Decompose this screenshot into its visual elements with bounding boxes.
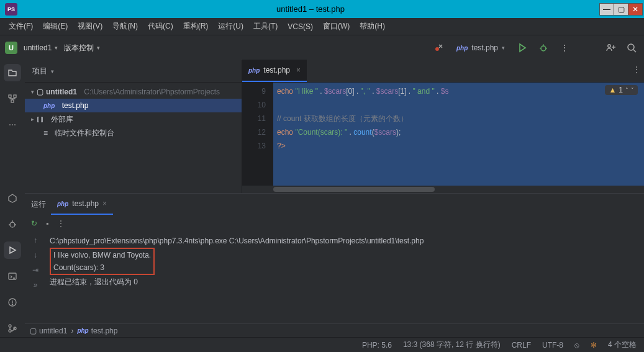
close-icon[interactable]: × — [102, 199, 107, 208]
vcs-label: 版本控制 — [64, 43, 94, 53]
run-tool-icon[interactable] — [4, 241, 21, 259]
project-panel: 项目 ▾ ▾ ▢ untitled1 C:\Users\Administrato… — [25, 60, 242, 193]
down-icon[interactable]: ↓ — [34, 251, 37, 259]
more-icon[interactable]: ⋮ — [57, 219, 65, 228]
run-tab-testphp[interactable]: php test.php × — [51, 194, 113, 215]
more-tool-icon[interactable]: ⋯ — [4, 116, 21, 133]
line-number: 13 — [242, 139, 266, 153]
menu-tools[interactable]: 工具(T) — [250, 19, 281, 34]
tree-scratch-label: 临时文件和控制台 — [55, 128, 114, 138]
up-icon[interactable]: ↑ — [34, 236, 37, 245]
editor-tabs: php test.php × ⋮ — [242, 60, 644, 83]
menu-run[interactable]: 运行(U) — [214, 19, 247, 34]
menu-file[interactable]: 文件(F) — [5, 19, 37, 34]
scrollbar-thumb[interactable] — [273, 187, 435, 192]
svg-rect-11 — [14, 95, 16, 97]
scroll-icon[interactable]: » — [34, 281, 38, 289]
chevron-down-icon: ▾ — [55, 45, 58, 51]
status-line-ending[interactable]: CRLF — [512, 341, 531, 350]
wrap-icon[interactable]: ⇥ — [32, 266, 39, 274]
tree-file-testphp[interactable]: php test.php — [25, 99, 242, 112]
close-icon[interactable]: × — [296, 66, 301, 74]
breadcrumb-file[interactable]: php test.php — [77, 327, 117, 335]
horizontal-scrollbar[interactable] — [242, 186, 644, 193]
project-panel-header: 项目 ▾ — [25, 60, 242, 83]
run-body: ↑ ↓ ⇥ » C:\phpstudy_pro\Extensions\php\p… — [25, 232, 644, 323]
inspection-badge[interactable]: ▲ 1 ˄ ˅ — [605, 85, 638, 95]
maximize-button[interactable]: ▢ — [614, 3, 628, 16]
svg-rect-18 — [9, 273, 16, 279]
tree-root[interactable]: ▾ ▢ untitled1 C:\Users\Administrator\Php… — [25, 85, 242, 99]
svg-point-22 — [9, 325, 11, 327]
chevron-down-icon[interactable]: ▾ — [51, 68, 54, 74]
status-encoding[interactable]: UTF-8 — [542, 341, 563, 350]
menu-window[interactable]: 窗口(W) — [319, 19, 353, 34]
code-content[interactable]: echo "I like " . $scars[0] . ", " . $sca… — [273, 83, 644, 186]
menu-vcs[interactable]: VCS(S) — [284, 20, 317, 34]
console-rail: ↑ ↓ ⇥ » — [25, 232, 46, 323]
tree-scratches[interactable]: ≡ 临时文件和控制台 — [25, 126, 242, 140]
line-number: 10 — [242, 98, 266, 112]
run-tab-label: test.php — [72, 199, 99, 208]
upper-split: 项目 ▾ ▾ ▢ untitled1 C:\Users\Administrato… — [25, 60, 644, 193]
console-exit: 进程已结束，退出代码为 0 — [50, 278, 138, 286]
editor-tab-testphp[interactable]: php test.php × — [242, 60, 307, 82]
center-column: 项目 ▾ ▾ ▢ untitled1 C:\Users\Administrato… — [25, 60, 644, 337]
menu-edit[interactable]: 编辑(E) — [39, 19, 71, 34]
status-caret-position[interactable]: 13:3 (368 字符, 12 行 换行符) — [403, 340, 501, 350]
debug-button[interactable] — [536, 40, 551, 55]
breadcrumb-project[interactable]: ▢ untitled1 — [30, 327, 67, 335]
status-php[interactable]: PHP: 5.6 — [362, 341, 392, 350]
code-with-me-icon[interactable] — [603, 40, 618, 55]
structure-tool-icon[interactable] — [4, 90, 21, 107]
search-everywhere-icon[interactable] — [624, 40, 639, 55]
scratch-icon: ≡ — [43, 129, 48, 137]
run-config-selector[interactable]: php test.php ▾ — [453, 43, 509, 52]
chevron-right-icon: › — [71, 327, 73, 335]
php-icon: php — [248, 67, 260, 74]
terminal-tool-icon[interactable] — [4, 268, 21, 285]
code-editor[interactable]: 9 10 11 12 13 echo "I like " . $scars[0]… — [242, 83, 644, 186]
services-tool-icon[interactable] — [4, 189, 21, 207]
more-actions-icon[interactable]: ⋮ — [557, 40, 572, 55]
svg-rect-12 — [11, 100, 14, 102]
console-output[interactable]: C:\phpstudy_pro\Extensions\php\php7.3.4n… — [46, 232, 644, 323]
svg-point-21 — [12, 304, 12, 304]
close-button[interactable]: ✕ — [628, 3, 643, 16]
folder-icon: ▢ — [30, 327, 37, 335]
project-dropdown[interactable]: untitled1 ▾ — [24, 43, 58, 52]
app-icon: PS — [5, 3, 17, 16]
breakpoint-bug-icon[interactable] — [432, 40, 447, 55]
menu-refactor[interactable]: 重构(R) — [179, 19, 212, 34]
php-icon: php — [57, 201, 68, 207]
run-config-name: test.php — [471, 43, 498, 52]
tree-root-name: untitled1 — [46, 88, 77, 96]
debug-tool-icon[interactable] — [4, 215, 21, 233]
tab-more-icon[interactable]: ⋮ — [633, 65, 640, 74]
vcs-dropdown[interactable]: 版本控制 ▾ — [64, 43, 100, 53]
menu-view[interactable]: 视图(V) — [74, 19, 106, 34]
svg-rect-10 — [9, 95, 11, 97]
stop-icon[interactable]: ▪ — [46, 219, 48, 228]
warning-count: 1 — [619, 86, 623, 94]
rerun-icon[interactable]: ↻ — [31, 219, 37, 228]
menu-code[interactable]: 代码(C) — [144, 19, 177, 34]
project-panel-title: 项目 — [32, 66, 47, 76]
status-debug-icon[interactable]: ✻ — [591, 341, 597, 350]
vcs-tool-icon[interactable] — [4, 320, 21, 337]
run-toolbar: ↻ ▪ ⋮ — [25, 215, 644, 232]
status-indent[interactable]: 4 个空格 — [608, 340, 637, 350]
tree-external-libs[interactable]: ▸ ⫿⫿ 外部库 — [25, 112, 242, 126]
line-gutter: 9 10 11 12 13 — [242, 83, 273, 186]
php-icon: php — [43, 102, 55, 109]
menu-help[interactable]: 帮助(H) — [356, 19, 389, 34]
minimize-button[interactable]: — — [599, 3, 614, 16]
status-listener-icon[interactable]: ⦸ — [574, 341, 579, 350]
tree-extlib-label: 外部库 — [51, 114, 73, 125]
run-button[interactable] — [515, 40, 530, 55]
problems-tool-icon[interactable] — [4, 294, 21, 311]
project-tool-icon[interactable] — [4, 64, 21, 81]
menu-navigate[interactable]: 导航(N) — [109, 19, 142, 34]
window-titlebar: PS untitled1 – test.php — ▢ ✕ — [0, 0, 644, 18]
navigation-bar: ▢ untitled1 › php test.php — [25, 323, 644, 337]
